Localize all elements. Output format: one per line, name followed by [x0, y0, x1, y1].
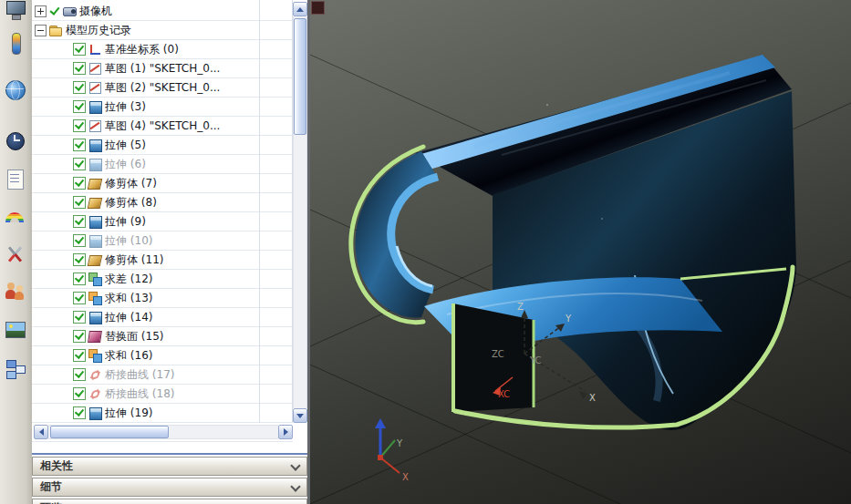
photo-icon[interactable]	[4, 318, 27, 342]
subtract-icon	[88, 273, 102, 286]
tree-row[interactable]: 替换面 (15)	[32, 327, 293, 346]
tree-row[interactable]: 求和 (16)	[32, 346, 293, 365]
feature-checkbox[interactable]	[73, 139, 86, 151]
tree-row[interactable]: 求和 (13)	[32, 289, 293, 308]
tree-row[interactable]: 拉伸 (6)	[32, 155, 293, 174]
tree-row[interactable]: 桥接曲线 (17)	[32, 365, 293, 385]
tree-row[interactable]: 模型历史记录	[32, 21, 293, 40]
monitor-icon[interactable]	[4, 0, 27, 21]
feature-checkbox[interactable]	[73, 349, 86, 362]
feature-checkbox[interactable]	[73, 368, 86, 381]
panel-splitter[interactable]	[32, 453, 307, 455]
icon-part	[15, 139, 20, 141]
scroll-left-button[interactable]	[34, 425, 48, 439]
replace-face-icon	[88, 330, 102, 344]
scroll-right-button[interactable]	[278, 425, 293, 439]
icon-part	[6, 1, 26, 15]
tree-item-label: 拉伸 (14)	[105, 310, 152, 325]
tree-row[interactable]: 摄像机	[32, 2, 293, 21]
chevron-down-icon[interactable]	[288, 460, 302, 473]
model-history-tree: 摄像机模型历史记录基准坐标系 (0)草图 (1) "SKETCH_0...草图 …	[32, 2, 293, 442]
tree-item-label: 拉伸 (3)	[105, 99, 146, 115]
icon-part	[10, 218, 19, 222]
feature-checkbox[interactable]	[73, 177, 86, 190]
minus-expander-icon[interactable]	[35, 25, 47, 36]
tick-icon	[75, 406, 84, 417]
graphics-window[interactable]: Z Y X ZC YC XC Y X	[310, 0, 851, 504]
nx-application-window: 摄像机模型历史记录基准坐标系 (0)草图 (1) "SKETCH_0...草图 …	[0, 0, 851, 504]
feature-checkbox[interactable]	[73, 100, 86, 113]
notes-icon[interactable]	[4, 168, 27, 191]
globe-icon[interactable]	[4, 78, 27, 102]
plus-expander-icon[interactable]	[35, 5, 47, 17]
tree-row[interactable]: 拉伸 (14)	[32, 308, 293, 327]
people-icon[interactable]	[4, 280, 27, 303]
section-preview[interactable]: 预览	[32, 499, 307, 504]
tree-horizontal-scrollbar	[34, 425, 293, 439]
tree-row[interactable]: 修剪体 (11)	[32, 251, 293, 270]
tick-icon	[75, 43, 84, 53]
feature-checkbox[interactable]	[73, 292, 86, 304]
model-3d[interactable]	[351, 55, 796, 430]
diagram-icon[interactable]	[4, 357, 27, 381]
tree-row[interactable]: 基准坐标系 (0)	[32, 40, 293, 59]
scroll-down-button[interactable]	[293, 408, 307, 423]
sketch-icon	[88, 81, 102, 95]
triangle-down-icon	[296, 414, 304, 418]
x-axis-label: X	[589, 393, 596, 403]
triad-origin	[378, 455, 383, 460]
section-dependencies[interactable]: 相关性	[32, 457, 307, 476]
feature-checkbox[interactable]	[73, 273, 86, 285]
feature-checkbox[interactable]	[73, 158, 86, 170]
tools-icon[interactable]	[4, 243, 27, 267]
tree-row[interactable]: 拉伸 (19)	[32, 404, 293, 423]
extrude-icon	[88, 100, 102, 114]
feature-checkbox[interactable]	[73, 62, 86, 75]
feature-checkbox[interactable]	[73, 81, 86, 94]
chevron-down-icon[interactable]	[288, 481, 302, 494]
gauge-icon[interactable]	[4, 32, 27, 56]
tick-icon	[75, 368, 84, 378]
trim-icon	[88, 253, 102, 267]
triad-z-arrowhead	[375, 418, 386, 428]
tree-row[interactable]: 拉伸 (10)	[32, 231, 293, 251]
feature-checkbox[interactable]	[73, 311, 86, 324]
feature-checkbox[interactable]	[73, 387, 86, 400]
vertical-scroll-thumb[interactable]	[294, 18, 306, 135]
tree-row[interactable]: 拉伸 (5)	[32, 136, 293, 155]
scroll-up-button[interactable]	[293, 2, 307, 16]
tree-row[interactable]: 求差 (12)	[32, 270, 293, 289]
tree-row[interactable]: 草图 (1) "SKETCH_0...	[32, 59, 293, 78]
icon-part	[5, 322, 26, 338]
section-details[interactable]: 细节	[32, 478, 307, 497]
triangle-up-icon	[296, 7, 304, 12]
tree-row[interactable]: 桥接曲线 (18)	[32, 385, 293, 404]
clock-icon[interactable]	[4, 129, 27, 153]
tree-row[interactable]: 修剪体 (8)	[32, 193, 293, 212]
feature-checkbox[interactable]	[73, 43, 86, 56]
zc-label: ZC	[492, 349, 504, 359]
x-arrowhead	[579, 391, 587, 399]
tree-item-label: 求和 (13)	[105, 291, 152, 306]
vertical-scroll-track[interactable]	[293, 16, 307, 408]
rainbow-icon[interactable]	[4, 207, 27, 231]
tree-row[interactable]: 拉伸 (9)	[32, 212, 293, 231]
horizontal-scroll-thumb[interactable]	[50, 426, 169, 438]
feature-checkbox[interactable]	[73, 119, 86, 132]
horizontal-scroll-track[interactable]	[48, 425, 278, 439]
feature-checkbox[interactable]	[73, 215, 86, 228]
folder-icon	[49, 24, 63, 37]
feature-checkbox[interactable]	[73, 406, 86, 419]
icon-part	[6, 132, 25, 150]
tick-icon	[75, 100, 84, 110]
feature-checkbox[interactable]	[73, 196, 86, 209]
feature-checkbox[interactable]	[73, 330, 86, 343]
tree-row[interactable]: 草图 (2) "SKETCH_0...	[32, 78, 293, 98]
tree-row[interactable]: 拉伸 (3)	[32, 98, 293, 117]
extrude-icon	[88, 406, 102, 420]
tree-row[interactable]: 草图 (4) "SKETCH_0...	[32, 117, 293, 136]
tick-icon	[75, 292, 84, 302]
feature-checkbox[interactable]	[73, 253, 86, 266]
feature-checkbox[interactable]	[73, 234, 86, 247]
tree-row[interactable]: 修剪体 (7)	[32, 174, 293, 193]
